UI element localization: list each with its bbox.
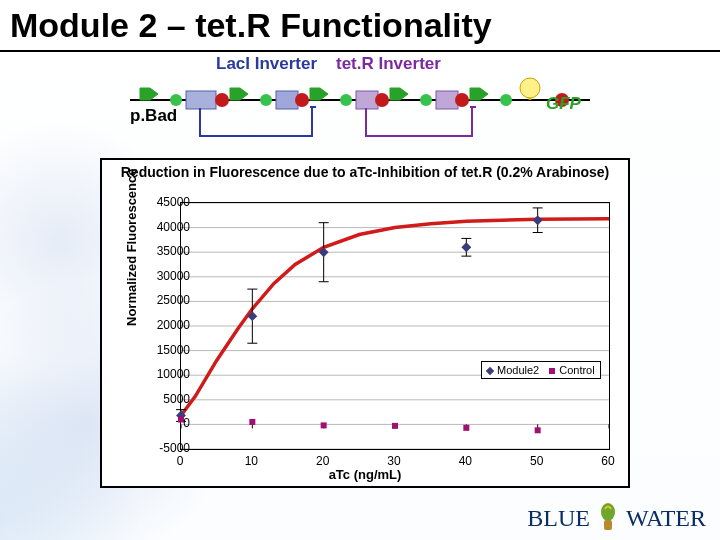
- svg-rect-9: [436, 91, 458, 109]
- svg-rect-6: [186, 91, 216, 109]
- svg-rect-61: [463, 425, 469, 431]
- chart-svg: [181, 203, 611, 451]
- svg-rect-8: [356, 91, 378, 109]
- square-icon: [549, 368, 555, 374]
- legend-entry-module2: Module2: [487, 364, 539, 376]
- svg-rect-18: [470, 106, 476, 108]
- x-tick: 40: [459, 454, 472, 468]
- logo-text-blue: BLUE: [527, 505, 590, 532]
- y-tick: -5000: [159, 441, 190, 455]
- svg-point-11: [295, 93, 309, 107]
- gfp-label: GFP: [546, 94, 581, 114]
- y-tick: 30000: [157, 269, 190, 283]
- slide-title: Module 2 – tet.R Functionality: [10, 6, 492, 45]
- y-axis-label: Normalized Fluorescence: [124, 169, 139, 327]
- y-tick: 5000: [163, 392, 190, 406]
- y-tick: 25000: [157, 293, 190, 307]
- svg-rect-55: [461, 242, 471, 252]
- svg-point-10: [215, 93, 229, 107]
- svg-point-1: [170, 94, 182, 106]
- svg-rect-58: [249, 419, 255, 425]
- svg-point-3: [340, 94, 352, 106]
- x-tick: 10: [245, 454, 258, 468]
- x-tick: 30: [387, 454, 400, 468]
- y-tick: 45000: [157, 195, 190, 209]
- x-axis-label: aTc (ng/mL): [102, 467, 628, 482]
- svg-rect-60: [392, 423, 398, 429]
- chart-legend: Module2 Control: [481, 361, 601, 379]
- svg-rect-59: [321, 422, 327, 428]
- y-tick: 40000: [157, 220, 190, 234]
- x-tick: 20: [316, 454, 329, 468]
- chart-container: Reduction in Fluorescence due to aTc-Inh…: [100, 158, 630, 488]
- x-tick: 0: [177, 454, 184, 468]
- title-underline: [0, 50, 720, 52]
- bluewater-logo: BLUE WATER: [527, 502, 706, 534]
- svg-rect-17: [310, 106, 316, 108]
- legend-entry-control: Control: [549, 364, 594, 376]
- logo-text-water: WATER: [626, 505, 706, 532]
- svg-point-2: [260, 94, 272, 106]
- chart-title: Reduction in Fluorescence due to aTc-Inh…: [102, 164, 628, 180]
- y-tick: 35000: [157, 244, 190, 258]
- y-tick: 20000: [157, 318, 190, 332]
- svg-rect-64: [604, 520, 612, 530]
- laci-inverter-label: LacI Inverter: [216, 54, 317, 74]
- svg-point-4: [420, 94, 432, 106]
- svg-point-12: [375, 93, 389, 107]
- leaf-icon: [594, 502, 622, 534]
- genetic-circuit-diagram: LacI Inverter tet.R Inverter p.Bad GFP: [130, 58, 590, 152]
- gfp-icon: [520, 78, 540, 100]
- svg-rect-56: [533, 215, 543, 225]
- pbad-label: p.Bad: [130, 106, 177, 126]
- y-tick: 10000: [157, 367, 190, 381]
- x-tick: 60: [601, 454, 614, 468]
- diamond-icon: [486, 367, 494, 375]
- y-tick: 15000: [157, 343, 190, 357]
- tetr-inverter-label: tet.R Inverter: [336, 54, 441, 74]
- svg-rect-62: [535, 427, 541, 433]
- svg-point-5: [500, 94, 512, 106]
- svg-point-15: [520, 78, 540, 98]
- svg-point-13: [455, 93, 469, 107]
- x-tick: 50: [530, 454, 543, 468]
- y-tick: 0: [183, 416, 190, 430]
- plot-area: Module2 Control: [180, 202, 610, 450]
- svg-rect-7: [276, 91, 298, 109]
